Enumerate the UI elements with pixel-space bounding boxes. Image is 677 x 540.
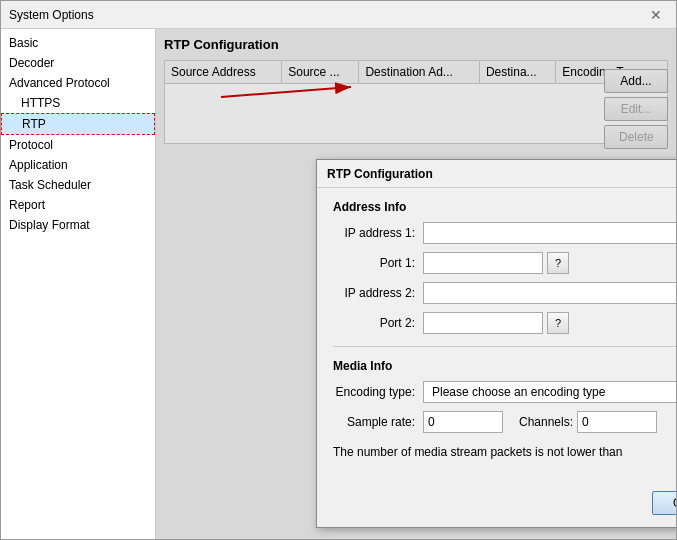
packet-count-row: The number of media stream packets is no…	[333, 441, 676, 463]
ip-address-2-input[interactable]	[423, 282, 676, 304]
window-body: Basic Decoder Advanced Protocol HTTPS RT…	[1, 29, 676, 539]
sidebar-item-display-format[interactable]: Display Format	[1, 215, 155, 235]
main-window: System Options ✕ Basic Decoder Advanced …	[0, 0, 677, 540]
ip-address-2-row: IP address 2: ?	[333, 282, 676, 304]
title-bar: System Options ✕	[1, 1, 676, 29]
ip-address-1-label: IP address 1:	[333, 226, 423, 240]
ok-button[interactable]: OK	[652, 491, 676, 515]
rtp-config-modal: RTP Configuration ✕ Address Info IP addr…	[316, 159, 676, 528]
sidebar-item-rtp[interactable]: RTP	[1, 113, 155, 135]
content-area: RTP Configuration Source Address Source …	[156, 29, 676, 539]
channels-label: Channels:	[519, 415, 573, 429]
sidebar-item-protocol[interactable]: Protocol	[1, 135, 155, 155]
modal-overlay: RTP Configuration ✕ Address Info IP addr…	[156, 29, 676, 539]
sidebar-item-application[interactable]: Application	[1, 155, 155, 175]
sidebar-item-decoder[interactable]: Decoder	[1, 53, 155, 73]
encoding-type-select[interactable]: Please choose an encoding type	[423, 381, 676, 403]
media-info-section: Media Info Encoding type: Please choose …	[333, 346, 676, 463]
sample-rate-input[interactable]	[423, 411, 503, 433]
packet-count-label: The number of media stream packets is no…	[333, 445, 676, 459]
port-1-row: Port 1: ?	[333, 252, 676, 274]
port-2-help-button[interactable]: ?	[547, 312, 569, 334]
port-2-input[interactable]	[423, 312, 543, 334]
media-info-label: Media Info	[333, 359, 676, 373]
port-2-row: Port 2: ?	[333, 312, 676, 334]
channels-input[interactable]	[577, 411, 657, 433]
address-info-label: Address Info	[333, 200, 676, 214]
ip-address-1-input[interactable]	[423, 222, 676, 244]
ip-address-1-row: IP address 1: ?	[333, 222, 676, 244]
sidebar-item-basic[interactable]: Basic	[1, 33, 155, 53]
modal-body: Address Info IP address 1: ? Port 1: ?	[317, 188, 676, 483]
sidebar-item-advanced-protocol[interactable]: Advanced Protocol	[1, 73, 155, 93]
sidebar-item-https[interactable]: HTTPS	[1, 93, 155, 113]
sample-rate-channels-row: Sample rate: Channels:	[333, 411, 676, 433]
sidebar: Basic Decoder Advanced Protocol HTTPS RT…	[1, 29, 156, 539]
encoding-type-label: Encoding type:	[333, 385, 423, 399]
modal-footer: OK Cancel	[317, 483, 676, 527]
modal-title-bar: RTP Configuration ✕	[317, 160, 676, 188]
ip-address-2-label: IP address 2:	[333, 286, 423, 300]
sample-rate-label: Sample rate:	[333, 415, 423, 429]
encoding-type-row: Encoding type: Please choose an encoding…	[333, 381, 676, 403]
modal-title: RTP Configuration	[327, 167, 433, 181]
port-1-input[interactable]	[423, 252, 543, 274]
window-title: System Options	[9, 8, 94, 22]
port-1-label: Port 1:	[333, 256, 423, 270]
port-1-help-button[interactable]: ?	[547, 252, 569, 274]
main-window-close-button[interactable]: ✕	[644, 5, 668, 25]
sidebar-item-task-scheduler[interactable]: Task Scheduler	[1, 175, 155, 195]
sidebar-item-report[interactable]: Report	[1, 195, 155, 215]
port-2-label: Port 2:	[333, 316, 423, 330]
